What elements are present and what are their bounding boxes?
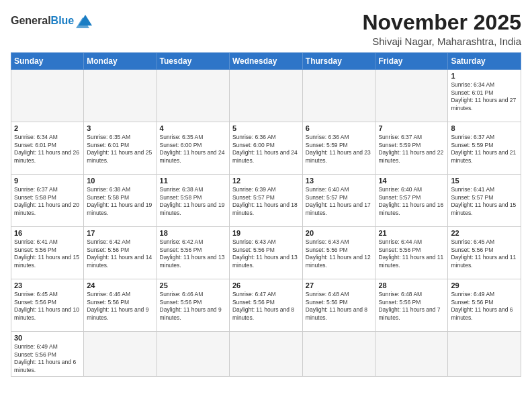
weekday-header-row: SundayMondayTuesdayWednesdayThursdayFrid…: [11, 53, 521, 70]
logo: General Blue: [11, 13, 95, 28]
weekday-header-saturday: Saturday: [448, 53, 521, 70]
calendar-cell: 14Sunrise: 6:40 AMSunset: 5:57 PMDayligh…: [375, 175, 448, 227]
logo-blue-text: Blue: [51, 15, 75, 27]
weekday-header-sunday: Sunday: [11, 53, 84, 70]
calendar-cell: [84, 70, 157, 122]
day-number: 16: [14, 229, 81, 237]
calendar-cell: [302, 332, 375, 377]
day-info: Sunrise: 6:38 AMSunset: 5:58 PMDaylight:…: [87, 186, 153, 217]
day-number: 1: [451, 72, 518, 80]
calendar-cell: 23Sunrise: 6:45 AMSunset: 5:56 PMDayligh…: [11, 279, 84, 332]
day-info: Sunrise: 6:36 AMSunset: 6:00 PMDaylight:…: [232, 134, 300, 165]
day-number: 26: [232, 281, 300, 289]
calendar-cell: 12Sunrise: 6:39 AMSunset: 5:57 PMDayligh…: [229, 175, 302, 227]
day-info: Sunrise: 6:43 AMSunset: 5:56 PMDaylight:…: [306, 238, 373, 269]
day-number: 9: [14, 177, 81, 185]
day-info: Sunrise: 6:47 AMSunset: 5:56 PMDaylight:…: [232, 291, 300, 322]
calendar-cell: 9Sunrise: 6:37 AMSunset: 5:58 PMDaylight…: [11, 175, 84, 227]
day-info: Sunrise: 6:44 AMSunset: 5:56 PMDaylight:…: [378, 238, 445, 269]
day-info: Sunrise: 6:46 AMSunset: 5:56 PMDaylight:…: [87, 291, 153, 322]
day-info: Sunrise: 6:34 AMSunset: 6:01 PMDaylight:…: [451, 81, 518, 112]
day-info: Sunrise: 6:49 AMSunset: 5:56 PMDaylight:…: [451, 291, 518, 322]
calendar-cell: 24Sunrise: 6:46 AMSunset: 5:56 PMDayligh…: [84, 279, 157, 332]
calendar-cell: 3Sunrise: 6:35 AMSunset: 6:01 PMDaylight…: [84, 122, 157, 175]
day-info: Sunrise: 6:38 AMSunset: 5:58 PMDaylight:…: [160, 186, 226, 217]
week-row-6: 30Sunrise: 6:49 AMSunset: 5:56 PMDayligh…: [11, 332, 521, 377]
day-number: 8: [451, 124, 518, 132]
day-number: 13: [306, 177, 373, 185]
day-number: 3: [87, 124, 153, 132]
calendar-cell: 25Sunrise: 6:46 AMSunset: 5:56 PMDayligh…: [157, 279, 229, 332]
logo-general-text: General: [11, 15, 51, 27]
calendar-cell: 28Sunrise: 6:48 AMSunset: 5:56 PMDayligh…: [375, 279, 448, 332]
week-row-5: 23Sunrise: 6:45 AMSunset: 5:56 PMDayligh…: [11, 279, 521, 332]
day-number: 24: [87, 281, 153, 289]
day-info: Sunrise: 6:39 AMSunset: 5:57 PMDaylight:…: [232, 186, 300, 217]
day-number: 12: [232, 177, 300, 185]
calendar-cell: 26Sunrise: 6:47 AMSunset: 5:56 PMDayligh…: [229, 279, 302, 332]
day-info: Sunrise: 6:43 AMSunset: 5:56 PMDaylight:…: [232, 238, 300, 269]
calendar-cell: 19Sunrise: 6:43 AMSunset: 5:56 PMDayligh…: [229, 227, 302, 279]
weekday-header-monday: Monday: [84, 53, 157, 70]
calendar-cell: 30Sunrise: 6:49 AMSunset: 5:56 PMDayligh…: [11, 332, 84, 377]
day-info: Sunrise: 6:35 AMSunset: 6:01 PMDaylight:…: [87, 134, 153, 165]
day-info: Sunrise: 6:49 AMSunset: 5:56 PMDaylight:…: [14, 343, 81, 374]
calendar-cell: 1Sunrise: 6:34 AMSunset: 6:01 PMDaylight…: [448, 70, 521, 122]
day-number: 25: [160, 281, 226, 289]
day-number: 21: [378, 229, 445, 237]
calendar-cell: 15Sunrise: 6:41 AMSunset: 5:57 PMDayligh…: [448, 175, 521, 227]
day-info: Sunrise: 6:37 AMSunset: 5:58 PMDaylight:…: [14, 186, 81, 217]
day-number: 28: [378, 281, 445, 289]
calendar-cell: 29Sunrise: 6:49 AMSunset: 5:56 PMDayligh…: [448, 279, 521, 332]
location-title: Shivaji Nagar, Maharashtra, India: [362, 36, 521, 47]
calendar-cell: 11Sunrise: 6:38 AMSunset: 5:58 PMDayligh…: [157, 175, 229, 227]
calendar-cell: [302, 70, 375, 122]
day-number: 23: [14, 281, 81, 289]
calendar-cell: 21Sunrise: 6:44 AMSunset: 5:56 PMDayligh…: [375, 227, 448, 279]
month-title: November 2025: [362, 11, 521, 34]
day-number: 27: [306, 281, 373, 289]
calendar-cell: 5Sunrise: 6:36 AMSunset: 6:00 PMDaylight…: [229, 122, 302, 175]
day-info: Sunrise: 6:48 AMSunset: 5:56 PMDaylight:…: [378, 291, 445, 322]
calendar-cell: 16Sunrise: 6:41 AMSunset: 5:56 PMDayligh…: [11, 227, 84, 279]
day-number: 4: [160, 124, 226, 132]
day-number: 30: [14, 334, 81, 342]
day-info: Sunrise: 6:34 AMSunset: 6:01 PMDaylight:…: [14, 134, 81, 165]
calendar-cell: 7Sunrise: 6:37 AMSunset: 5:59 PMDaylight…: [375, 122, 448, 175]
weekday-header-tuesday: Tuesday: [157, 53, 229, 70]
day-number: 29: [451, 281, 518, 289]
calendar-cell: 20Sunrise: 6:43 AMSunset: 5:56 PMDayligh…: [302, 227, 375, 279]
calendar-cell: 6Sunrise: 6:36 AMSunset: 5:59 PMDaylight…: [302, 122, 375, 175]
day-info: Sunrise: 6:42 AMSunset: 5:56 PMDaylight:…: [160, 238, 226, 269]
weekday-header-friday: Friday: [375, 53, 448, 70]
day-info: Sunrise: 6:37 AMSunset: 5:59 PMDaylight:…: [451, 134, 518, 165]
day-number: 11: [160, 177, 226, 185]
calendar-cell: [448, 332, 521, 377]
calendar-cell: [229, 70, 302, 122]
page-header: General Blue November 2025 Shivaji Nagar…: [11, 11, 521, 47]
calendar-cell: [157, 332, 229, 377]
calendar-cell: 2Sunrise: 6:34 AMSunset: 6:01 PMDaylight…: [11, 122, 84, 175]
day-number: 19: [232, 229, 300, 237]
calendar-cell: 8Sunrise: 6:37 AMSunset: 5:59 PMDaylight…: [448, 122, 521, 175]
day-number: 22: [451, 229, 518, 237]
calendar-cell: 18Sunrise: 6:42 AMSunset: 5:56 PMDayligh…: [157, 227, 229, 279]
day-info: Sunrise: 6:45 AMSunset: 5:56 PMDaylight:…: [14, 291, 81, 322]
day-number: 14: [378, 177, 445, 185]
week-row-2: 2Sunrise: 6:34 AMSunset: 6:01 PMDaylight…: [11, 122, 521, 175]
calendar-cell: [11, 70, 84, 122]
calendar-cell: 4Sunrise: 6:35 AMSunset: 6:00 PMDaylight…: [157, 122, 229, 175]
day-number: 10: [87, 177, 153, 185]
logo-icon: [76, 13, 95, 28]
day-info: Sunrise: 6:41 AMSunset: 5:56 PMDaylight:…: [14, 238, 81, 269]
day-number: 15: [451, 177, 518, 185]
calendar-cell: [375, 70, 448, 122]
day-number: 17: [87, 229, 153, 237]
day-number: 6: [306, 124, 373, 132]
day-info: Sunrise: 6:36 AMSunset: 5:59 PMDaylight:…: [306, 134, 373, 165]
day-info: Sunrise: 6:40 AMSunset: 5:57 PMDaylight:…: [378, 186, 445, 217]
calendar-cell: 17Sunrise: 6:42 AMSunset: 5:56 PMDayligh…: [84, 227, 157, 279]
calendar-cell: 10Sunrise: 6:38 AMSunset: 5:58 PMDayligh…: [84, 175, 157, 227]
week-row-1: 1Sunrise: 6:34 AMSunset: 6:01 PMDaylight…: [11, 70, 521, 122]
calendar-cell: [157, 70, 229, 122]
